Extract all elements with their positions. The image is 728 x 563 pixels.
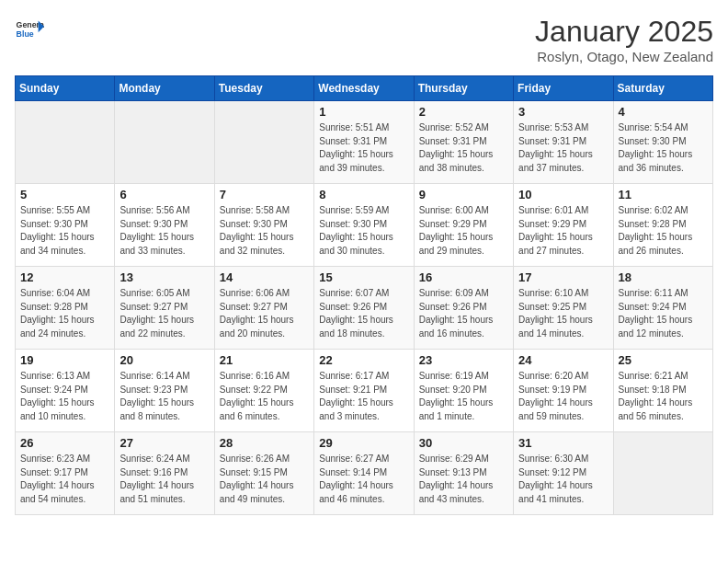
day-info: Sunrise: 6:26 AM Sunset: 9:15 PM Dayligh… [220, 453, 309, 506]
weekday-header-saturday: Saturday [613, 76, 712, 101]
calendar-cell: 1Sunrise: 5:51 AM Sunset: 9:31 PM Daylig… [314, 101, 414, 184]
calendar-cell: 21Sunrise: 6:16 AM Sunset: 9:22 PM Dayli… [214, 350, 313, 432]
day-number: 29 [319, 436, 408, 450]
calendar-cell: 29Sunrise: 6:27 AM Sunset: 9:14 PM Dayli… [314, 432, 414, 515]
day-info: Sunrise: 5:52 AM Sunset: 9:31 PM Dayligh… [419, 121, 508, 175]
day-info: Sunrise: 5:51 AM Sunset: 9:31 PM Dayligh… [319, 121, 408, 175]
calendar-cell: 4Sunrise: 5:54 AM Sunset: 9:30 PM Daylig… [613, 101, 712, 184]
day-number: 8 [319, 188, 408, 201]
day-number: 18 [619, 270, 708, 284]
day-info: Sunrise: 6:11 AM Sunset: 9:24 PM Dayligh… [619, 287, 708, 340]
day-info: Sunrise: 6:17 AM Sunset: 9:21 PM Dayligh… [319, 370, 408, 423]
weekday-header-wednesday: Wednesday [314, 76, 414, 101]
day-number: 17 [518, 270, 608, 284]
day-number: 4 [619, 105, 708, 119]
calendar-cell: 15Sunrise: 6:07 AM Sunset: 9:26 PM Dayli… [314, 267, 414, 350]
calendar-cell: 20Sunrise: 6:14 AM Sunset: 9:23 PM Dayli… [115, 350, 214, 432]
calendar-cell: 14Sunrise: 6:06 AM Sunset: 9:27 PM Dayli… [214, 267, 313, 350]
day-info: Sunrise: 6:13 AM Sunset: 9:24 PM Dayligh… [20, 370, 109, 423]
calendar-cell [613, 432, 712, 515]
day-number: 11 [619, 188, 708, 201]
calendar-cell: 19Sunrise: 6:13 AM Sunset: 9:24 PM Dayli… [16, 350, 115, 432]
calendar-cell: 28Sunrise: 6:26 AM Sunset: 9:15 PM Dayli… [214, 432, 313, 515]
day-number: 20 [119, 353, 209, 367]
day-number: 15 [319, 270, 408, 284]
calendar-cell: 17Sunrise: 6:10 AM Sunset: 9:25 PM Dayli… [514, 267, 613, 350]
day-info: Sunrise: 6:16 AM Sunset: 9:22 PM Dayligh… [220, 370, 309, 423]
page-header: General Blue January 2025 Roslyn, Otago,… [15, 15, 713, 64]
day-number: 27 [119, 436, 209, 450]
day-info: Sunrise: 6:10 AM Sunset: 9:25 PM Dayligh… [518, 287, 608, 340]
location: Roslyn, Otago, New Zealand [535, 49, 713, 64]
calendar-cell [214, 101, 313, 184]
day-number: 30 [419, 436, 508, 450]
day-info: Sunrise: 6:19 AM Sunset: 9:20 PM Dayligh… [419, 370, 508, 423]
calendar-cell: 8Sunrise: 5:59 AM Sunset: 9:30 PM Daylig… [314, 184, 414, 267]
day-number: 25 [619, 353, 708, 367]
day-info: Sunrise: 6:07 AM Sunset: 9:26 PM Dayligh… [319, 287, 408, 340]
day-info: Sunrise: 6:06 AM Sunset: 9:27 PM Dayligh… [220, 287, 309, 340]
calendar-cell: 26Sunrise: 6:23 AM Sunset: 9:17 PM Dayli… [16, 432, 115, 515]
calendar-cell: 16Sunrise: 6:09 AM Sunset: 9:26 PM Dayli… [414, 267, 513, 350]
day-info: Sunrise: 6:21 AM Sunset: 9:18 PM Dayligh… [619, 370, 708, 423]
day-number: 1 [319, 105, 408, 119]
day-info: Sunrise: 6:29 AM Sunset: 9:13 PM Dayligh… [419, 453, 508, 506]
day-info: Sunrise: 6:27 AM Sunset: 9:14 PM Dayligh… [319, 453, 408, 506]
calendar-cell: 18Sunrise: 6:11 AM Sunset: 9:24 PM Dayli… [613, 267, 712, 350]
day-info: Sunrise: 5:58 AM Sunset: 9:30 PM Dayligh… [220, 204, 309, 258]
calendar-cell: 6Sunrise: 5:56 AM Sunset: 9:30 PM Daylig… [115, 184, 214, 267]
day-number: 7 [220, 188, 309, 201]
calendar-cell: 25Sunrise: 6:21 AM Sunset: 9:18 PM Dayli… [613, 350, 712, 432]
day-number: 5 [20, 188, 109, 201]
calendar-cell: 24Sunrise: 6:20 AM Sunset: 9:19 PM Dayli… [514, 350, 613, 432]
day-number: 12 [20, 270, 109, 284]
calendar-cell: 11Sunrise: 6:02 AM Sunset: 9:28 PM Dayli… [613, 184, 712, 267]
day-number: 24 [518, 353, 608, 367]
weekday-header-tuesday: Tuesday [214, 76, 313, 101]
calendar-cell [16, 101, 115, 184]
day-info: Sunrise: 6:14 AM Sunset: 9:23 PM Dayligh… [119, 370, 209, 423]
day-number: 14 [220, 270, 309, 284]
logo-icon: General Blue [15, 15, 44, 44]
calendar-cell: 7Sunrise: 5:58 AM Sunset: 9:30 PM Daylig… [214, 184, 313, 267]
day-info: Sunrise: 5:53 AM Sunset: 9:31 PM Dayligh… [518, 121, 608, 175]
day-number: 16 [419, 270, 508, 284]
weekday-header-sunday: Sunday [16, 76, 115, 101]
calendar-cell: 9Sunrise: 6:00 AM Sunset: 9:29 PM Daylig… [414, 184, 513, 267]
day-info: Sunrise: 5:54 AM Sunset: 9:30 PM Dayligh… [619, 121, 708, 175]
calendar-table: SundayMondayTuesdayWednesdayThursdayFrid… [15, 75, 713, 515]
day-info: Sunrise: 5:55 AM Sunset: 9:30 PM Dayligh… [20, 204, 109, 258]
calendar-cell: 27Sunrise: 6:24 AM Sunset: 9:16 PM Dayli… [115, 432, 214, 515]
day-number: 3 [518, 105, 608, 119]
weekday-header-thursday: Thursday [414, 76, 513, 101]
day-number: 10 [518, 188, 608, 201]
day-number: 6 [119, 188, 209, 201]
day-number: 19 [20, 353, 109, 367]
day-info: Sunrise: 6:24 AM Sunset: 9:16 PM Dayligh… [119, 453, 209, 506]
day-number: 13 [119, 270, 209, 284]
calendar-cell: 5Sunrise: 5:55 AM Sunset: 9:30 PM Daylig… [16, 184, 115, 267]
day-info: Sunrise: 6:04 AM Sunset: 9:28 PM Dayligh… [20, 287, 109, 340]
calendar-cell: 10Sunrise: 6:01 AM Sunset: 9:29 PM Dayli… [514, 184, 613, 267]
day-number: 9 [419, 188, 508, 201]
day-info: Sunrise: 6:30 AM Sunset: 9:12 PM Dayligh… [518, 453, 608, 506]
calendar-cell: 2Sunrise: 5:52 AM Sunset: 9:31 PM Daylig… [414, 101, 513, 184]
calendar-cell: 23Sunrise: 6:19 AM Sunset: 9:20 PM Dayli… [414, 350, 513, 432]
day-number: 26 [20, 436, 109, 450]
weekday-header-monday: Monday [115, 76, 214, 101]
day-info: Sunrise: 6:05 AM Sunset: 9:27 PM Dayligh… [119, 287, 209, 340]
weekday-header-friday: Friday [514, 76, 613, 101]
day-number: 21 [220, 353, 309, 367]
calendar-cell: 3Sunrise: 5:53 AM Sunset: 9:31 PM Daylig… [514, 101, 613, 184]
svg-text:Blue: Blue [17, 29, 34, 39]
day-info: Sunrise: 5:59 AM Sunset: 9:30 PM Dayligh… [319, 204, 408, 258]
day-number: 2 [419, 105, 508, 119]
logo: General Blue [15, 15, 44, 44]
title-block: January 2025 Roslyn, Otago, New Zealand [535, 15, 713, 64]
calendar-cell: 13Sunrise: 6:05 AM Sunset: 9:27 PM Dayli… [115, 267, 214, 350]
day-info: Sunrise: 5:56 AM Sunset: 9:30 PM Dayligh… [119, 204, 209, 258]
calendar-cell [115, 101, 214, 184]
day-number: 23 [419, 353, 508, 367]
day-info: Sunrise: 6:02 AM Sunset: 9:28 PM Dayligh… [619, 204, 708, 258]
day-info: Sunrise: 6:23 AM Sunset: 9:17 PM Dayligh… [20, 453, 109, 506]
